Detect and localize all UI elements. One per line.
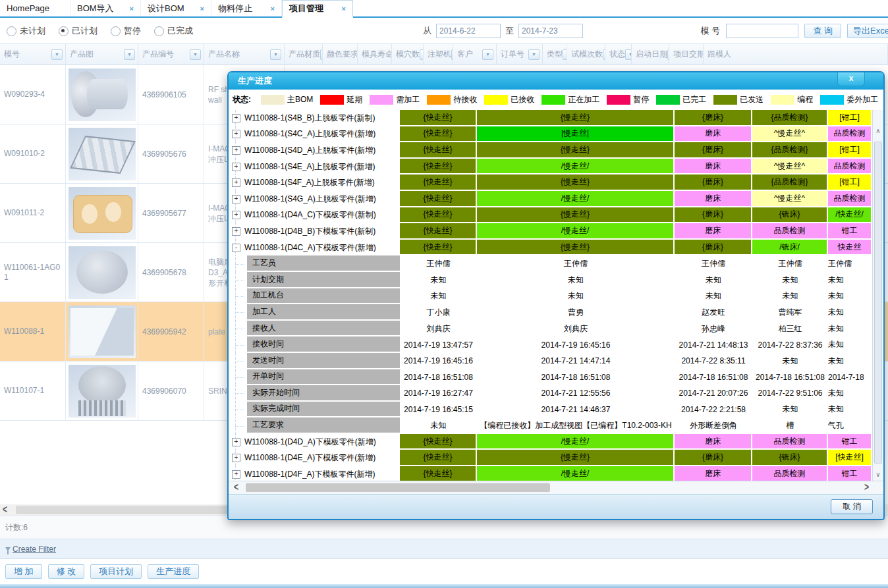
grid-header-cell[interactable]: 客户▼ xyxy=(453,44,497,65)
grid-header-cell[interactable]: 产品名称▼ xyxy=(204,44,285,65)
process-cell[interactable]: 磨床 xyxy=(675,191,752,207)
process-cell[interactable]: 磨床 xyxy=(675,466,752,481)
process-cell[interactable]: {品质检测} xyxy=(752,174,828,191)
process-cell[interactable]: {铣床} xyxy=(752,450,828,466)
process-row[interactable]: +W110088-1(S4F_A)上脱板零件(新增){快走丝}{慢走丝}{磨床}… xyxy=(229,174,872,191)
expander-icon[interactable]: + xyxy=(232,454,240,462)
process-cell[interactable]: {快走丝} xyxy=(400,142,477,159)
process-cell[interactable]: {磨床} xyxy=(675,142,752,159)
radio-1[interactable]: 已计划 xyxy=(59,25,97,37)
process-cell[interactable]: 磨床 xyxy=(675,434,752,450)
radio-circle-icon[interactable] xyxy=(59,26,69,36)
process-row[interactable]: +W110088-1(S4B_B)上脱板零件(新制){快走丝}{慢走丝}{磨床}… xyxy=(229,110,872,126)
process-cell[interactable]: {慢走丝} xyxy=(477,207,675,224)
process-cell[interactable]: /慢走丝/ xyxy=(477,434,675,450)
filter-arrow-icon[interactable]: ▼ xyxy=(270,49,281,60)
process-cell[interactable]: {快走丝} xyxy=(400,110,477,126)
process-cell[interactable]: [钳工] xyxy=(828,110,872,126)
process-cell[interactable]: 钳工 xyxy=(828,223,872,240)
process-row[interactable]: +W110088-1(D4A_C)下模板零件(新制){快走丝}{慢走丝}{磨床}… xyxy=(229,207,872,224)
grid-header-cell[interactable]: 启动日期▼ xyxy=(632,44,669,65)
process-cell[interactable]: /慢走丝/ xyxy=(477,191,675,207)
process-cell[interactable]: {慢走丝} xyxy=(477,240,675,256)
process-cell[interactable]: {品质检测} xyxy=(752,142,828,159)
tab-close-icon[interactable]: × xyxy=(130,5,134,13)
expander-icon[interactable]: + xyxy=(232,195,240,203)
process-cell[interactable]: 磨床 xyxy=(675,126,752,143)
process-cell[interactable]: {快走丝} xyxy=(400,126,477,143)
grid-header-cell[interactable]: 试模次数▼ xyxy=(567,44,605,65)
process-row[interactable]: +W110088-1(D4D_A)下模板零件(新增){快走丝}/慢走丝/磨床品质… xyxy=(229,434,872,450)
create-filter-link[interactable]: Create Filter xyxy=(13,545,56,554)
expander-icon[interactable]: + xyxy=(232,470,240,479)
expander-icon[interactable]: + xyxy=(232,163,240,171)
radio-2[interactable]: 暂停 xyxy=(111,25,141,37)
process-cell[interactable]: /铣床/ xyxy=(752,240,828,256)
process-cell[interactable]: {品质检测} xyxy=(752,110,828,126)
filter-arrow-icon[interactable]: ▼ xyxy=(625,49,632,60)
process-cell[interactable]: 磨床 xyxy=(675,159,752,175)
dialog-hscroll-thumb[interactable] xyxy=(246,483,550,492)
expander-icon[interactable]: + xyxy=(232,227,240,236)
process-cell[interactable]: {快走丝} xyxy=(400,466,477,481)
grid-header-cell[interactable]: 订单号▼ xyxy=(497,44,543,65)
expander-icon[interactable]: - xyxy=(232,244,240,252)
scroll-left-icon[interactable]: < xyxy=(234,481,238,493)
process-cell[interactable]: |慢走丝| xyxy=(477,126,675,143)
tab-4[interactable]: 项目管理× xyxy=(282,0,353,18)
expander-icon[interactable]: + xyxy=(232,178,240,187)
filter-arrow-icon[interactable]: ▼ xyxy=(482,49,493,60)
process-cell[interactable]: 品质检测 xyxy=(828,191,872,207)
tab-0[interactable]: HomePage xyxy=(0,0,70,16)
process-cell[interactable]: 品质检测 xyxy=(828,126,872,143)
process-cell[interactable]: {快走丝} xyxy=(400,223,477,240)
grid-header-cell[interactable]: 产品图▼ xyxy=(66,44,138,65)
process-cell[interactable]: [快走丝] xyxy=(828,450,872,466)
expander-icon[interactable]: + xyxy=(232,130,240,138)
process-cell[interactable]: [钳工] xyxy=(828,142,872,159)
grid-header-cell[interactable]: 模号▼ xyxy=(0,44,66,65)
action-button-2[interactable]: 项目计划 xyxy=(90,564,142,579)
scroll-right-icon[interactable]: > xyxy=(864,481,869,493)
process-cell[interactable]: ^慢走丝^ xyxy=(752,126,828,143)
grid-header-cell[interactable]: 模具寿命▼ xyxy=(358,44,392,65)
process-cell[interactable]: 品质检测 xyxy=(828,159,872,175)
dialog-vscroll-thumb[interactable] xyxy=(874,142,882,464)
expander-icon[interactable]: + xyxy=(232,211,240,219)
process-row[interactable]: +W110088-1(D4B_B)下模板零件(新制){快走丝}/慢走丝/磨床品质… xyxy=(229,223,872,240)
process-cell[interactable]: 品质检测 xyxy=(752,434,828,450)
process-cell[interactable]: {快走丝} xyxy=(400,159,477,175)
process-cell[interactable]: {快走丝} xyxy=(400,174,477,191)
process-cell[interactable]: {慢走丝} xyxy=(477,142,675,159)
tab-1[interactable]: BOM导入× xyxy=(70,0,141,16)
grid-header-cell[interactable]: 模穴数▼ xyxy=(392,44,424,65)
process-cell[interactable]: /慢走丝/ xyxy=(477,223,675,240)
scroll-left-icon[interactable]: < xyxy=(3,504,7,516)
process-cell[interactable]: {快走丝} xyxy=(400,207,477,224)
process-cell[interactable]: {快走丝} xyxy=(400,191,477,207)
process-cell[interactable]: {快走丝} xyxy=(400,434,477,450)
process-row[interactable]: +W110088-1(S4E_A)上脱板零件(新增){快走丝}/慢走丝/磨床^慢… xyxy=(229,159,872,175)
grid-header-cell[interactable]: 跟模人 xyxy=(704,44,888,65)
process-cell[interactable]: {快走丝} xyxy=(400,450,477,466)
process-cell[interactable]: [钳工] xyxy=(828,174,872,191)
action-button-3[interactable]: 生产进度 xyxy=(148,564,199,579)
process-cell[interactable]: {慢走丝} xyxy=(477,450,675,466)
process-cell[interactable]: {磨床} xyxy=(675,110,752,126)
mold-number-input[interactable] xyxy=(726,24,798,38)
filter-arrow-icon[interactable]: ▼ xyxy=(124,49,135,60)
process-cell[interactable]: 品质检测 xyxy=(752,223,828,240)
process-cell[interactable]: {快走丝} xyxy=(400,240,477,256)
grid-header-cell[interactable]: 项目交期▼ xyxy=(669,44,704,65)
export-excel-button[interactable]: 导出Exce xyxy=(847,24,888,38)
grid-header-cell[interactable]: 产品材质▼ xyxy=(285,44,323,65)
process-cell[interactable]: 快走丝 xyxy=(828,240,872,256)
action-button-0[interactable]: 增 加 xyxy=(5,564,42,579)
expander-icon[interactable]: + xyxy=(232,146,240,155)
grid-header-cell[interactable]: 产品编号▼ xyxy=(138,44,204,65)
radio-3[interactable]: 已完成 xyxy=(154,25,193,37)
date-from-input[interactable] xyxy=(436,24,501,38)
close-icon[interactable]: x xyxy=(837,72,865,86)
filter-arrow-icon[interactable]: ▼ xyxy=(51,49,63,60)
process-cell[interactable]: {磨床} xyxy=(675,450,752,466)
